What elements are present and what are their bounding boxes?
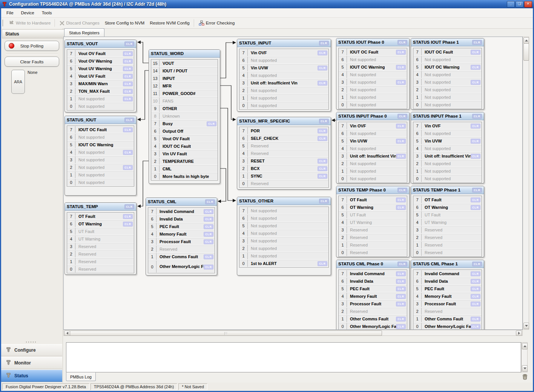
clr-button[interactable]: CLR <box>396 198 406 202</box>
stop-polling-button[interactable]: Stop Polling <box>5 41 59 51</box>
clr-button[interactable]: CLR <box>471 80 480 85</box>
panel-clr-button[interactable]: CLR <box>319 119 329 124</box>
clr-button[interactable]: CLR <box>396 124 406 129</box>
log-scroll-down-button[interactable] <box>522 365 528 372</box>
panel-clr-button[interactable]: CLR <box>472 40 482 45</box>
clr-button[interactable]: CLR <box>396 286 406 291</box>
panel-clr-button[interactable]: CLR <box>124 118 134 122</box>
clr-button[interactable]: CLR <box>396 205 406 210</box>
clr-button[interactable]: CLR <box>207 121 216 126</box>
clr-button[interactable]: CLR <box>471 294 480 299</box>
clr-button[interactable]: CLR <box>471 271 480 276</box>
panel-clr-button[interactable]: CLR <box>397 40 407 45</box>
panel-clr-button[interactable]: CLR <box>397 188 407 193</box>
clr-button[interactable]: CLR <box>204 232 213 237</box>
clr-button[interactable]: CLR <box>123 81 133 86</box>
clr-button[interactable]: CLR <box>123 66 133 71</box>
clr-button[interactable]: CLR <box>318 136 327 141</box>
registers-horizontal-scrollbar[interactable] <box>63 330 523 336</box>
clr-button[interactable]: CLR <box>396 279 406 284</box>
minimize-button[interactable]: _ <box>507 1 515 8</box>
vertical-scroll-thumb[interactable] <box>523 43 529 61</box>
clr-button[interactable]: CLR <box>318 51 327 55</box>
clr-button[interactable]: CLR <box>123 51 133 56</box>
clr-button[interactable]: CLR <box>471 139 480 144</box>
clr-button[interactable]: CLR <box>204 239 213 244</box>
write-to-hardware-button[interactable]: Write to Hardware <box>6 19 53 27</box>
registers-vertical-scrollbar[interactable] <box>523 37 529 330</box>
clr-button[interactable]: CLR <box>123 127 133 132</box>
menu-device[interactable]: Device <box>17 9 38 16</box>
clr-button[interactable]: CLR <box>471 286 480 291</box>
maximize-button[interactable]: ❏ <box>516 1 523 8</box>
panel-clr-button[interactable]: CLR <box>124 41 134 46</box>
clr-button[interactable]: CLR <box>471 124 480 129</box>
clr-button[interactable]: CLR <box>204 265 213 270</box>
nav-configure-button[interactable]: Configure <box>1 344 62 356</box>
close-button[interactable]: ✕ <box>524 1 532 8</box>
log-scroll-up-button[interactable] <box>522 343 528 349</box>
panel-clr-button[interactable]: CLR <box>397 114 407 119</box>
clr-button[interactable]: CLR <box>471 279 480 284</box>
panel-clr-button[interactable]: CLR <box>319 41 329 46</box>
clr-button[interactable]: CLR <box>396 271 406 276</box>
panel-clr-button[interactable]: CLR <box>472 262 482 266</box>
splitter-handle[interactable] <box>26 341 37 343</box>
clr-button[interactable]: CLR <box>471 302 480 306</box>
clr-button[interactable]: CLR <box>396 294 406 299</box>
clr-button[interactable]: CLR <box>318 159 327 164</box>
clr-button[interactable]: CLR <box>396 80 406 85</box>
clr-button[interactable]: CLR <box>471 317 480 322</box>
panel-clr-button[interactable]: CLR <box>205 199 215 204</box>
ara-button[interactable]: ARA <box>11 70 25 94</box>
clr-button[interactable]: CLR <box>204 209 213 214</box>
clear-log-trash-icon[interactable] <box>522 374 528 380</box>
pmbus-log-area[interactable] <box>66 342 521 372</box>
clr-button[interactable]: CLR <box>318 66 327 70</box>
clr-button[interactable]: CLR <box>204 254 213 259</box>
discard-changes-button[interactable]: Discard Changes <box>57 20 102 27</box>
clr-button[interactable]: CLR <box>123 89 133 94</box>
clr-button[interactable]: CLR <box>123 150 133 155</box>
clr-button[interactable]: CLR <box>123 74 133 79</box>
error-checking-button[interactable]: Error Checking <box>196 19 238 27</box>
clr-button[interactable]: CLR <box>396 317 406 322</box>
scroll-right-button[interactable] <box>516 331 522 336</box>
menu-file[interactable]: File <box>3 9 17 16</box>
clr-button[interactable]: CLR <box>471 198 480 202</box>
clr-button[interactable]: CLR <box>471 205 480 210</box>
clr-button[interactable]: CLR <box>318 129 327 133</box>
clr-button[interactable]: CLR <box>396 154 406 159</box>
clr-button[interactable]: CLR <box>123 59 133 64</box>
menu-tools[interactable]: Tools <box>38 9 56 16</box>
clr-button[interactable]: CLR <box>123 214 133 219</box>
clr-button[interactable]: CLR <box>396 139 406 144</box>
store-config-to-nvm-button[interactable]: Store Config to NVM <box>102 20 147 26</box>
clr-button[interactable]: CLR <box>318 81 327 86</box>
horizontal-scroll-thumb[interactable] <box>70 331 382 336</box>
clr-button[interactable]: CLR <box>204 224 213 229</box>
clr-button[interactable]: CLR <box>471 65 480 70</box>
clr-button[interactable]: CLR <box>123 222 133 227</box>
clr-button[interactable]: CLR <box>396 50 406 55</box>
clr-button[interactable]: CLR <box>204 217 213 222</box>
tab-pmbus-log[interactable]: PMBus Log <box>66 372 96 381</box>
panel-clr-button[interactable]: CLR <box>472 114 482 119</box>
clr-button[interactable]: CLR <box>471 154 480 159</box>
scroll-up-button[interactable] <box>523 37 529 44</box>
scroll-down-button[interactable] <box>523 323 529 329</box>
clr-button[interactable]: CLR <box>318 261 327 266</box>
restore-nvm-config-button[interactable]: Restore NVM Config <box>147 20 192 26</box>
clr-button[interactable]: CLR <box>123 96 133 101</box>
clr-button[interactable]: CLR <box>396 302 406 306</box>
nav-status-button[interactable]: Status <box>1 370 62 382</box>
clr-button[interactable]: CLR <box>471 324 480 329</box>
clr-button[interactable]: CLR <box>396 65 406 70</box>
panel-clr-button[interactable]: CLR <box>124 204 134 209</box>
clr-button[interactable]: CLR <box>396 324 406 329</box>
clr-button[interactable]: CLR <box>123 165 133 170</box>
clr-button[interactable]: CLR <box>318 166 327 171</box>
clear-faults-button[interactable]: Clear Faults <box>5 57 59 67</box>
tab-status-registers[interactable]: Status Registers <box>64 28 104 37</box>
panel-clr-button[interactable]: CLR <box>397 262 407 266</box>
